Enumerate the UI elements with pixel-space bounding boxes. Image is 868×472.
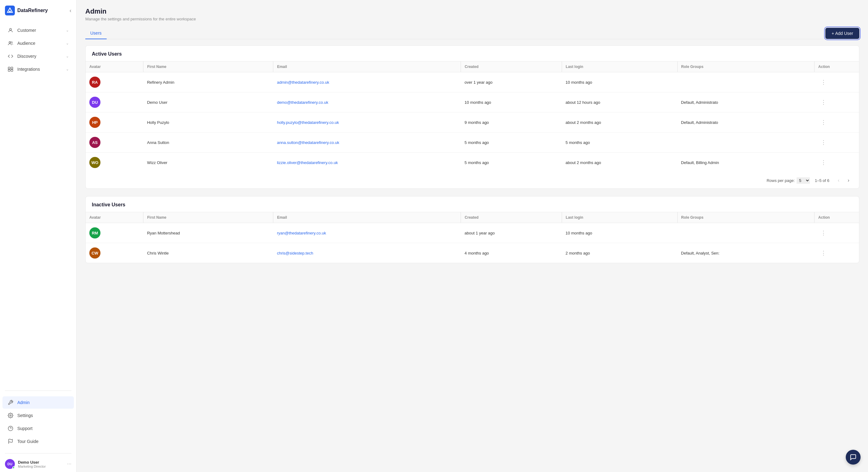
- sidebar-item-integrations[interactable]: Integrations ⌄: [2, 63, 74, 75]
- user-avatar-cell: AS: [86, 133, 144, 153]
- user-action-cell: ⋮: [814, 223, 859, 243]
- email-link[interactable]: lizzie.oliver@thedatarefinery.co.uk: [277, 160, 338, 165]
- user-action-cell: ⋮: [814, 92, 859, 112]
- inactive-users-table: Avatar First Name Email Created Last log…: [86, 212, 859, 263]
- user-created-cell: about 1 year ago: [461, 223, 562, 243]
- user-lastlogin-cell: 5 months ago: [562, 133, 677, 153]
- sidebar-divider-2: [5, 453, 71, 453]
- rows-per-page-select[interactable]: 5 10 25: [797, 177, 810, 184]
- user-action-cell: ⋮: [814, 243, 859, 263]
- gear-icon: [7, 412, 13, 418]
- rows-per-page-label: Rows per page:: [767, 178, 795, 183]
- chat-button[interactable]: [846, 450, 861, 465]
- user-created-cell: 4 months ago: [461, 243, 562, 263]
- col-header-firstname: First Name: [144, 62, 273, 72]
- tabs-row: Users + Add User: [85, 28, 859, 39]
- user-info: Demo User Marketing Director: [18, 460, 64, 468]
- sidebar-item-settings[interactable]: Settings: [2, 409, 74, 422]
- action-menu-button[interactable]: ⋮: [818, 118, 829, 127]
- svg-rect-0: [5, 6, 15, 15]
- sidebar-item-support[interactable]: Support: [2, 422, 74, 435]
- svg-rect-9: [11, 69, 13, 71]
- user-lastlogin-cell: about 2 months ago: [562, 153, 677, 173]
- user-action-cell: ⋮: [814, 153, 859, 173]
- user-lastlogin-cell: 10 months ago: [562, 223, 677, 243]
- user-firstname-cell: Refinery Admin: [144, 72, 273, 92]
- svg-point-3: [9, 28, 11, 30]
- action-menu-button[interactable]: ⋮: [818, 249, 829, 257]
- action-menu-button[interactable]: ⋮: [818, 78, 829, 87]
- svg-rect-6: [8, 67, 10, 69]
- svg-point-4: [9, 41, 10, 43]
- email-link[interactable]: ryan@thedatarefinery.co.uk: [277, 231, 326, 235]
- user-created-cell: 10 months ago: [461, 92, 562, 112]
- sidebar-item-admin-label: Admin: [17, 400, 69, 405]
- user-rolegroups-cell: [677, 223, 814, 243]
- content-area: Admin Manage the settings and permission…: [77, 0, 868, 472]
- user-rolegroups-cell: Default, Analyst, Sen:: [677, 243, 814, 263]
- avatar: RA: [89, 77, 100, 88]
- action-menu-button[interactable]: ⋮: [818, 138, 829, 147]
- table-row: HP Holly Puzylo holly.puzylo@thedatarefi…: [86, 112, 859, 133]
- user-avatar-cell: CW: [86, 243, 144, 263]
- user-rolegroups-cell: [677, 72, 814, 92]
- user-more-button[interactable]: ⋯: [67, 462, 71, 466]
- email-link[interactable]: admin@thedatarefinery.co.uk: [277, 80, 329, 85]
- user-avatar-cell: RA: [86, 72, 144, 92]
- inactive-users-body: RM Ryan Mottershead ryan@thedatarefinery…: [86, 223, 859, 263]
- user-action-cell: ⋮: [814, 112, 859, 133]
- chevron-down-icon: ⌄: [66, 41, 69, 45]
- tab-users[interactable]: Users: [85, 28, 106, 39]
- active-users-section: Active Users Avatar First Name Email Cre…: [85, 45, 859, 189]
- sidebar-item-audience[interactable]: Audience ⌄: [2, 37, 74, 49]
- table-row: RA Refinery Admin admin@thedatarefinery.…: [86, 72, 859, 92]
- active-users-table: Avatar First Name Email Created Last log…: [86, 61, 859, 172]
- flag-icon: [7, 438, 13, 444]
- sidebar-item-customer[interactable]: Customer ⌄: [2, 24, 74, 36]
- chevron-down-icon: ⌄: [66, 28, 69, 32]
- person-icon: [7, 27, 13, 33]
- prev-page-button[interactable]: ‹: [834, 176, 843, 185]
- inactive-users-title: Inactive Users: [86, 197, 859, 212]
- action-menu-button[interactable]: ⋮: [818, 229, 829, 237]
- sidebar-user[interactable]: DU Demo User Marketing Director ⋯: [0, 456, 76, 472]
- user-firstname-cell: Ryan Mottershead: [144, 223, 273, 243]
- page-info: 1–5 of 6: [815, 178, 829, 183]
- user-lastlogin-cell: 10 months ago: [562, 72, 677, 92]
- avatar: CW: [89, 247, 100, 259]
- action-menu-button[interactable]: ⋮: [818, 158, 829, 167]
- sidebar-item-admin[interactable]: Admin: [2, 396, 74, 409]
- logo-icon: [5, 6, 15, 15]
- user-created-cell: 5 months ago: [461, 153, 562, 173]
- help-icon: [7, 425, 13, 432]
- next-page-button[interactable]: ›: [844, 176, 853, 185]
- user-email-cell: admin@thedatarefinery.co.uk: [273, 72, 461, 92]
- sidebar-item-tour-guide[interactable]: Tour Guide: [2, 435, 74, 448]
- sidebar-item-discovery[interactable]: Discovery ⌄: [2, 50, 74, 62]
- sidebar-item-discovery-label: Discovery: [17, 54, 62, 59]
- user-email-cell: chris@sidestep.tech: [273, 243, 461, 263]
- email-link[interactable]: demo@thedatarefinery.co.uk: [277, 100, 328, 105]
- user-rolegroups-cell: Default, Administrato: [677, 92, 814, 112]
- wrench-icon: [7, 399, 13, 406]
- sidebar-bottom: Admin Settings Support Tour Guide: [0, 393, 76, 451]
- action-menu-button[interactable]: ⋮: [818, 98, 829, 107]
- sidebar-collapse-button[interactable]: ‹: [69, 7, 71, 14]
- add-user-button[interactable]: + Add User: [825, 28, 859, 39]
- col-header-action-2: Action: [814, 212, 859, 223]
- sidebar-divider: [5, 391, 71, 391]
- table-row: AS Anna Sutton anna.sutton@thedatarefine…: [86, 133, 859, 153]
- avatar: HP: [89, 117, 100, 128]
- col-header-firstname-2: First Name: [144, 212, 273, 223]
- sidebar-item-audience-label: Audience: [17, 41, 62, 46]
- col-header-email: Email: [273, 62, 461, 72]
- svg-point-2: [9, 11, 11, 13]
- email-link[interactable]: chris@sidestep.tech: [277, 251, 313, 256]
- avatar: RM: [89, 227, 100, 238]
- avatar: DU: [89, 97, 100, 108]
- email-link[interactable]: anna.sutton@thedatarefinery.co.uk: [277, 140, 339, 145]
- email-link[interactable]: holly.puzylo@thedatarefinery.co.uk: [277, 120, 339, 125]
- user-avatar-cell: RM: [86, 223, 144, 243]
- code-icon: [7, 53, 13, 59]
- table-row: DU Demo User demo@thedatarefinery.co.uk …: [86, 92, 859, 112]
